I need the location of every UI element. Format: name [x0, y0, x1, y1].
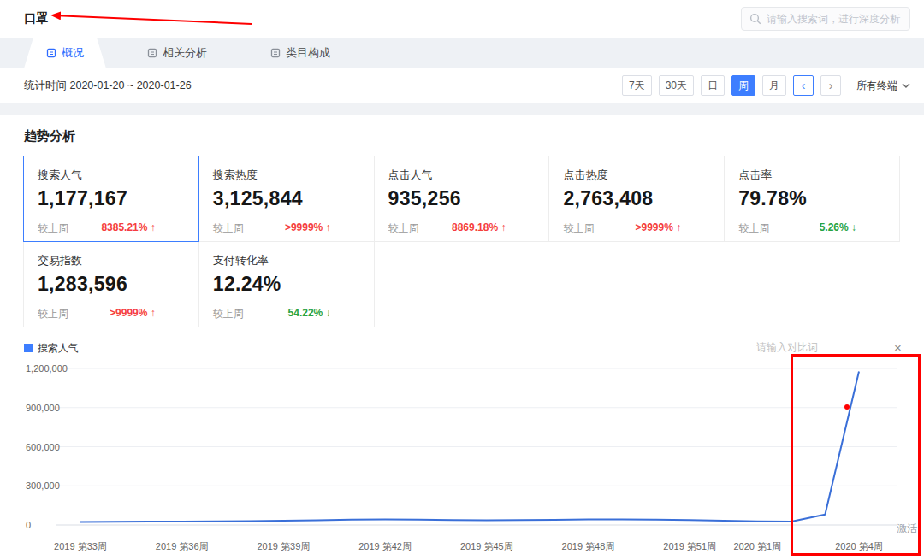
tab-label: 相关分析	[163, 45, 207, 61]
section-divider	[0, 103, 924, 115]
compare-label: 较上周	[38, 221, 68, 236]
metric-card-click-rate[interactable]: 点击率 79.78% 较上周 5.26% ↓	[724, 156, 900, 242]
svg-text:600,000: 600,000	[26, 442, 60, 452]
metric-change: 54.22% ↓	[288, 307, 331, 321]
trend-panel: 趋势分析 搜索人气 1,177,167 较上周 8385.21% ↑ 搜索热度 …	[0, 115, 924, 557]
metric-value: 12.24%	[213, 273, 360, 296]
period-day-button[interactable]: 日	[701, 75, 725, 96]
svg-text:2019 第36周: 2019 第36周	[156, 541, 209, 551]
svg-text:2019 第51周: 2019 第51周	[663, 541, 716, 551]
search-input[interactable]	[767, 13, 902, 25]
date-range-label: 统计时间 2020-01-20 ~ 2020-01-26	[24, 79, 192, 93]
trend-line-chart: 0300,000600,000900,0001,200,0002019 第33周…	[24, 360, 900, 557]
watermark-text: 激活	[897, 522, 917, 536]
metric-change: >9999% ↑	[285, 221, 331, 236]
metric-cards-grid: 搜索人气 1,177,167 较上周 8385.21% ↑ 搜索热度 3,125…	[24, 156, 900, 327]
chevron-down-icon	[902, 83, 910, 88]
metric-value: 2,763,408	[563, 187, 710, 210]
search-box[interactable]	[741, 7, 910, 31]
metric-change: 8385.21% ↑	[101, 221, 155, 236]
svg-text:300,000: 300,000	[26, 480, 60, 491]
svg-text:2019 第42周: 2019 第42周	[358, 541, 412, 551]
range-30d-button[interactable]: 30天	[659, 75, 694, 96]
metric-value: 3,125,844	[213, 187, 360, 210]
page-title: 口罩	[24, 11, 48, 27]
trend-arrow-icon: ↓	[326, 307, 331, 319]
compare-label: 较上周	[738, 221, 769, 236]
metric-label: 搜索人气	[38, 168, 185, 183]
compare-word-input[interactable]	[756, 341, 889, 353]
tab-overview[interactable]: 概况	[24, 38, 106, 68]
metric-value: 1,283,596	[38, 273, 185, 296]
compare-label: 较上周	[563, 221, 594, 236]
range-7d-button[interactable]: 7天	[622, 75, 652, 96]
compare-label: 较上周	[213, 307, 244, 321]
section-title: 趋势分析	[24, 128, 900, 144]
category-composition-tab-icon	[270, 48, 281, 58]
terminal-filter-label: 所有终端	[856, 79, 897, 93]
svg-text:2020 第4周: 2020 第4周	[835, 541, 883, 551]
trend-arrow-icon: ↑	[326, 221, 331, 233]
compare-word-box[interactable]: ×	[753, 339, 900, 357]
metric-card-search-heat[interactable]: 搜索热度 3,125,844 较上周 >9999% ↑	[198, 156, 375, 242]
metric-change: 8869.18% ↑	[452, 221, 506, 236]
svg-text:2019 第48周: 2019 第48周	[562, 541, 615, 551]
period-month-button[interactable]: 月	[762, 75, 786, 96]
tab-related-analysis[interactable]: 相关分析	[125, 38, 229, 68]
svg-text:2019 第45周: 2019 第45周	[460, 541, 513, 551]
trend-arrow-icon: ↑	[151, 307, 156, 319]
svg-text:1,200,000: 1,200,000	[26, 363, 68, 374]
metric-label: 搜索热度	[213, 168, 360, 183]
metric-label: 点击热度	[563, 168, 710, 183]
close-icon[interactable]: ×	[894, 341, 902, 354]
chart-header: 搜索人气 ×	[24, 338, 900, 358]
metric-card-payment-conversion[interactable]: 支付转化率 12.24% 较上周 54.22% ↓	[198, 241, 375, 327]
compare-label: 较上周	[388, 221, 419, 236]
metric-change: >9999% ↑	[110, 307, 156, 321]
metric-card-transaction-index[interactable]: 交易指数 1,283,596 较上周 >9999% ↑	[23, 241, 199, 327]
metric-label: 交易指数	[38, 253, 185, 268]
next-period-button[interactable]: ›	[820, 75, 841, 96]
trend-chart-area: 0300,000600,000900,0001,200,0002019 第33周…	[24, 360, 900, 557]
metric-label: 支付转化率	[213, 253, 360, 268]
filter-toolbar: 统计时间 2020-01-20 ~ 2020-01-26 7天 30天 日 周 …	[0, 68, 924, 103]
related-analysis-tab-icon	[147, 48, 157, 58]
svg-text:0: 0	[26, 520, 31, 530]
overview-tab-icon	[46, 48, 56, 58]
compare-label: 较上周	[213, 221, 244, 236]
trend-arrow-icon: ↑	[151, 221, 156, 233]
svg-text:2019 第33周: 2019 第33周	[54, 541, 107, 551]
metric-label: 点击人气	[388, 168, 536, 183]
metric-card-search-popularity[interactable]: 搜索人气 1,177,167 较上周 8385.21% ↑	[23, 156, 199, 242]
metric-card-click-popularity[interactable]: 点击人气 935,256 较上周 8869.18% ↑	[374, 156, 550, 242]
trend-arrow-icon: ↑	[500, 221, 506, 233]
prev-period-button[interactable]: ‹	[793, 75, 814, 96]
legend-label: 搜索人气	[38, 341, 79, 356]
period-week-button[interactable]: 周	[732, 75, 755, 96]
tab-bar: 概况 相关分析 类目构成	[0, 38, 924, 68]
metric-change: >9999% ↑	[635, 221, 681, 236]
metric-value: 79.78%	[738, 187, 886, 210]
metric-value: 935,256	[388, 187, 536, 210]
tab-label: 类目构成	[286, 45, 330, 61]
top-bar: 口罩	[0, 0, 924, 38]
metric-card-click-heat[interactable]: 点击热度 2,763,408 较上周 >9999% ↑	[548, 156, 725, 242]
svg-text:2020 第1周: 2020 第1周	[733, 541, 781, 551]
terminal-filter-dropdown[interactable]: 所有终端	[856, 79, 910, 93]
tab-category-composition[interactable]: 类目构成	[248, 38, 352, 68]
svg-text:900,000: 900,000	[26, 403, 60, 413]
compare-label: 较上周	[38, 307, 68, 321]
trend-arrow-icon: ↑	[676, 221, 681, 233]
trend-arrow-icon: ↓	[851, 221, 856, 233]
search-icon	[749, 13, 761, 25]
svg-text:2019 第39周: 2019 第39周	[258, 541, 311, 551]
legend-search-popularity[interactable]: 搜索人气	[24, 341, 79, 356]
metric-value: 1,177,167	[38, 187, 185, 210]
metric-change: 5.26% ↓	[820, 221, 856, 236]
tab-label: 概况	[62, 45, 84, 61]
legend-swatch	[24, 344, 33, 352]
analytics-page: 口罩 概况 相关分析	[0, 0, 924, 560]
period-controls: 7天 30天 日 周 月 ‹ › 所有终端	[622, 75, 910, 96]
metric-label: 点击率	[738, 168, 886, 183]
